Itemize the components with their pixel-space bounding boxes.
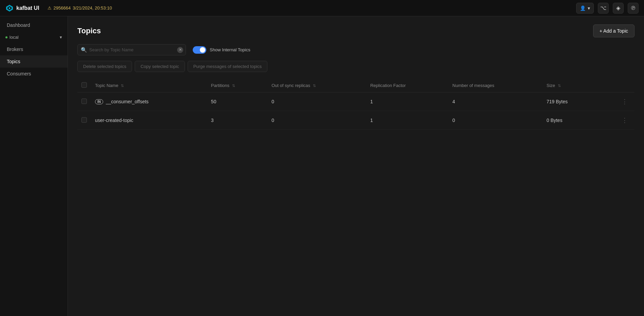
- show-internal-label: Show Internal Topics: [210, 47, 250, 52]
- dashboard-label: Dashboard: [7, 22, 30, 28]
- row-menu-button-1[interactable]: ⋮: [619, 115, 630, 125]
- logo-icon: [5, 4, 14, 12]
- alert-id: 2956664: [54, 5, 71, 11]
- main-content: Topics + Add a Topic 🔍 ✕ Show Internal T…: [68, 16, 644, 316]
- page-title: Topics: [77, 27, 101, 35]
- table-row: user-created-topic 3 0 1 0 0 Bytes ⋮: [77, 111, 634, 130]
- topic-name-value-1: user-created-topic: [95, 118, 133, 123]
- topbar-right: 👤 ▾ ⌥ ◈ ℗: [576, 3, 639, 14]
- sidebar-item-brokers[interactable]: Brokers: [0, 43, 68, 55]
- search-clear-button[interactable]: ✕: [177, 47, 183, 53]
- search-wrap: 🔍 ✕: [77, 44, 186, 55]
- show-internal-toggle-wrap: Show Internal Topics: [193, 46, 250, 54]
- search-input[interactable]: [77, 44, 186, 55]
- out-of-sync-cell-0: 0: [267, 92, 366, 111]
- table-body: IN __consumer_offsets 50 0 1 4 719 Bytes…: [77, 92, 634, 130]
- discord-icon: ◈: [616, 5, 620, 11]
- cluster-chevron-icon: ▾: [60, 35, 62, 40]
- row-menu-cell-0: ⋮: [598, 92, 634, 111]
- delete-selected-button[interactable]: Delete selected topics: [77, 61, 132, 72]
- topic-name-sort-icon: ⇅: [121, 84, 124, 88]
- action-buttons: Delete selected topics Copy selected top…: [77, 61, 634, 72]
- help-button[interactable]: ℗: [628, 3, 639, 14]
- partitions-sort-icon: ⇅: [232, 84, 235, 88]
- row-checkbox-cell: [77, 92, 91, 111]
- toolbar: 🔍 ✕ Show Internal Topics: [77, 44, 634, 55]
- partitions-cell-1: 3: [207, 111, 267, 130]
- cluster-status-dot: [5, 36, 7, 38]
- sidebar-item-topics[interactable]: Topics: [0, 55, 68, 68]
- warning-icon: ⚠: [48, 5, 52, 11]
- svg-point-2: [9, 7, 11, 9]
- add-topic-button[interactable]: + Add a Topic: [593, 24, 634, 37]
- topbar: kafbat UI ⚠ 2956664 3/21/2024, 20:53:10 …: [0, 0, 644, 16]
- col-actions: [598, 79, 634, 92]
- row-checkbox-1[interactable]: [81, 117, 87, 123]
- sidebar-item-consumers[interactable]: Consumers: [0, 68, 68, 80]
- out-of-sync-cell-1: 0: [267, 111, 366, 130]
- topics-table: Topic Name ⇅ Partitions ⇅ Out of sync re…: [77, 79, 634, 130]
- col-out-of-sync[interactable]: Out of sync replicas ⇅: [267, 79, 366, 92]
- internal-badge-0: IN: [95, 99, 103, 104]
- col-size[interactable]: Size ⇅: [543, 79, 598, 92]
- show-internal-toggle[interactable]: [193, 46, 206, 54]
- col-topic-name[interactable]: Topic Name ⇅: [91, 79, 207, 92]
- table-row: IN __consumer_offsets 50 0 1 4 719 Bytes…: [77, 92, 634, 111]
- consumers-label: Consumers: [7, 71, 31, 76]
- sidebar-item-dashboard[interactable]: Dashboard: [0, 19, 68, 31]
- search-icon: 🔍: [81, 47, 87, 53]
- topic-name-cell-0: IN __consumer_offsets: [91, 92, 207, 111]
- discord-button[interactable]: ◈: [613, 3, 624, 14]
- select-all-col: [77, 79, 91, 92]
- size-cell-1: 0 Bytes: [543, 111, 598, 130]
- topic-name-value-0: __consumer_offsets: [106, 99, 149, 104]
- alert-badge: ⚠ 2956664 3/21/2024, 20:53:10: [48, 5, 112, 11]
- user-icon: 👤: [580, 5, 586, 11]
- num-messages-cell-1: 0: [448, 111, 542, 130]
- row-checkbox-0[interactable]: [81, 99, 87, 104]
- app-layout: Dashboard local ▾ Brokers Topics Consume…: [0, 16, 644, 316]
- topics-table-wrap: Topic Name ⇅ Partitions ⇅ Out of sync re…: [77, 79, 634, 308]
- sidebar: Dashboard local ▾ Brokers Topics Consume…: [0, 16, 68, 316]
- help-icon: ℗: [630, 5, 636, 11]
- topic-name-cell-1: user-created-topic: [91, 111, 207, 130]
- col-num-messages: Number of messages: [448, 79, 542, 92]
- alert-date: 3/21/2024, 20:53:10: [73, 5, 112, 11]
- github-icon: ⌥: [600, 5, 606, 11]
- app-logo: kafbat UI: [5, 4, 39, 12]
- size-sort-icon: ⇅: [558, 84, 561, 88]
- sidebar-cluster-section[interactable]: local ▾: [0, 31, 68, 43]
- table-header: Topic Name ⇅ Partitions ⇅ Out of sync re…: [77, 79, 634, 92]
- page-header: Topics + Add a Topic: [77, 24, 634, 37]
- row-menu-button-0[interactable]: ⋮: [619, 96, 630, 107]
- col-replication-factor: Replication Factor: [366, 79, 448, 92]
- row-checkbox-cell: [77, 111, 91, 130]
- row-menu-cell-1: ⋮: [598, 111, 634, 130]
- cluster-name: local: [10, 35, 19, 40]
- num-messages-cell-0: 4: [448, 92, 542, 111]
- partitions-cell-0: 50: [207, 92, 267, 111]
- user-chevron-icon: ▾: [588, 5, 590, 11]
- user-menu-button[interactable]: 👤 ▾: [576, 3, 594, 14]
- brokers-label: Brokers: [7, 47, 23, 52]
- github-button[interactable]: ⌥: [598, 3, 609, 14]
- replication-factor-cell-0: 1: [366, 92, 448, 111]
- app-name: kafbat UI: [16, 5, 39, 11]
- size-cell-0: 719 Bytes: [543, 92, 598, 111]
- replication-factor-cell-1: 1: [366, 111, 448, 130]
- toggle-thumb: [200, 47, 205, 53]
- topics-label: Topics: [7, 59, 20, 64]
- copy-selected-button[interactable]: Copy selected topic: [135, 61, 185, 72]
- col-partitions[interactable]: Partitions ⇅: [207, 79, 267, 92]
- out-of-sync-sort-icon: ⇅: [313, 84, 316, 88]
- select-all-checkbox[interactable]: [81, 82, 87, 88]
- purge-selected-button[interactable]: Purge messages of selected topics: [188, 61, 268, 72]
